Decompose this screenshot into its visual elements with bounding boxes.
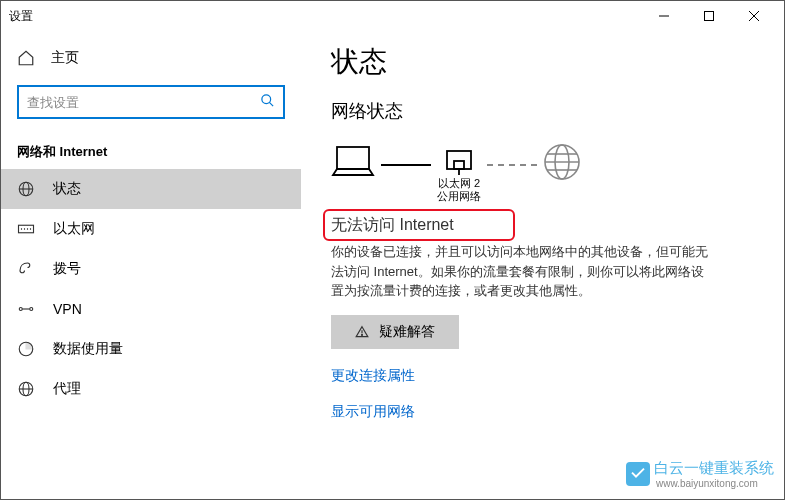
minimize-button[interactable] <box>641 1 686 31</box>
svg-line-5 <box>269 102 273 106</box>
search-input[interactable] <box>27 95 260 110</box>
status-box: 无法访问 Internet <box>331 215 754 236</box>
sidebar-item-proxy[interactable]: 代理 <box>1 369 301 409</box>
sidebar-item-label: VPN <box>53 301 82 317</box>
status-description: 你的设备已连接，并且可以访问本地网络中的其他设备，但可能无法访问 Interne… <box>331 242 711 301</box>
network-diagram: 以太网 2公用网络 <box>331 143 754 207</box>
sidebar-item-vpn[interactable]: VPN <box>1 289 301 329</box>
troubleshoot-label: 疑难解答 <box>379 323 435 341</box>
home-label: 主页 <box>51 49 79 67</box>
sidebar: 主页 网络和 Internet 状态 以太网 拨号 VPN <box>1 31 301 499</box>
watermark-url: www.baiyunxitong.com <box>656 478 774 489</box>
change-properties-link[interactable]: 更改连接属性 <box>331 367 754 385</box>
svg-point-15 <box>30 308 33 311</box>
sidebar-item-label: 状态 <box>53 180 81 198</box>
svg-point-4 <box>262 94 271 103</box>
ethernet-label: 以太网 2公用网络 <box>437 177 481 203</box>
vpn-icon <box>17 300 35 318</box>
sidebar-item-datausage[interactable]: 数据使用量 <box>1 329 301 369</box>
status-text: 无法访问 Internet <box>331 215 754 236</box>
section-title: 网络状态 <box>331 99 754 123</box>
svg-rect-21 <box>337 147 369 169</box>
warning-icon <box>355 325 369 339</box>
sidebar-item-dialup[interactable]: 拨号 <box>1 249 301 289</box>
globe-icon <box>17 180 35 198</box>
watermark: 白云一键重装系统 www.baiyunxitong.com <box>626 459 774 489</box>
search-box[interactable] <box>17 85 285 119</box>
globe-node <box>543 143 581 207</box>
window-title: 设置 <box>9 8 33 25</box>
search-icon <box>260 93 275 112</box>
sidebar-section-header: 网络和 Internet <box>1 135 301 169</box>
svg-rect-23 <box>454 161 464 169</box>
svg-point-14 <box>19 308 22 311</box>
home-icon <box>17 49 35 67</box>
page-title: 状态 <box>331 43 754 81</box>
svg-point-31 <box>362 334 363 335</box>
connection-line-solid <box>381 164 431 166</box>
watermark-brand: 白云一键重装系统 <box>654 459 774 478</box>
ethernet-icon <box>17 220 35 238</box>
troubleshoot-button[interactable]: 疑难解答 <box>331 315 459 349</box>
sidebar-item-status[interactable]: 状态 <box>1 169 301 209</box>
watermark-icon <box>626 462 650 486</box>
svg-rect-1 <box>704 12 713 21</box>
sidebar-item-label: 代理 <box>53 380 81 398</box>
svg-rect-22 <box>447 151 471 169</box>
sidebar-item-label: 以太网 <box>53 220 95 238</box>
data-usage-icon <box>17 340 35 358</box>
ethernet-node: 以太网 2公用网络 <box>437 147 481 203</box>
sidebar-item-ethernet[interactable]: 以太网 <box>1 209 301 249</box>
sidebar-item-label: 数据使用量 <box>53 340 123 358</box>
sidebar-item-label: 拨号 <box>53 260 81 278</box>
titlebar: 设置 <box>1 1 784 31</box>
close-button[interactable] <box>731 1 776 31</box>
dialup-icon <box>17 260 35 278</box>
home-button[interactable]: 主页 <box>1 41 301 75</box>
proxy-icon <box>17 380 35 398</box>
maximize-button[interactable] <box>686 1 731 31</box>
connection-line-dashed <box>487 164 537 166</box>
svg-rect-9 <box>19 225 34 233</box>
main-content: 状态 网络状态 以太网 2公用网络 无法访问 Internet 你的设备已连接， <box>301 31 784 499</box>
laptop-icon <box>331 145 375 205</box>
show-networks-link[interactable]: 显示可用网络 <box>331 403 754 421</box>
window-controls <box>641 1 776 31</box>
